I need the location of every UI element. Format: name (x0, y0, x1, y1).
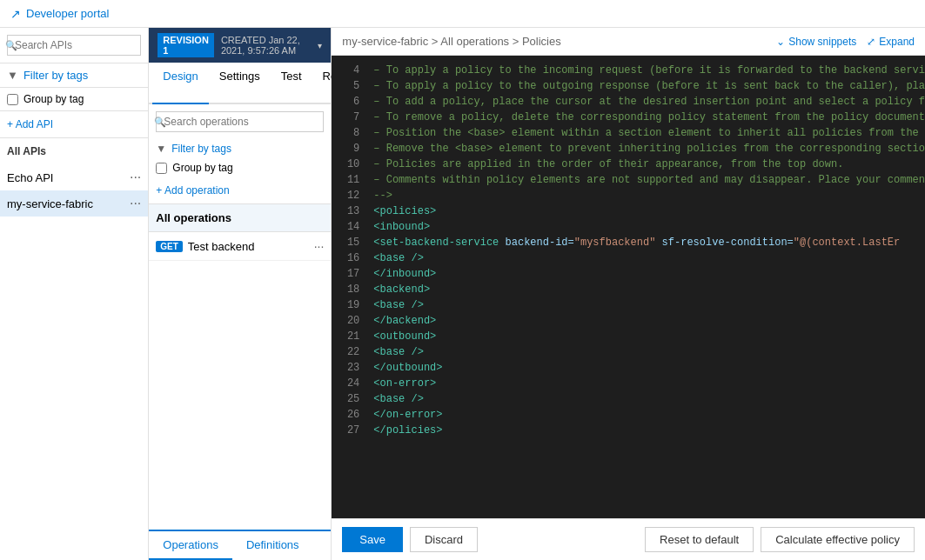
line-num-7: 7 (332, 110, 366, 125)
line-num-6: 6 (332, 94, 366, 110)
revision-badge: REVISION 1 (158, 33, 214, 57)
line-num-16: 16 (332, 250, 366, 266)
line-num-15: 15 (332, 235, 366, 250)
main-layout: 🔍 ▼ Filter by tags Group by tag + Add AP… (0, 28, 925, 560)
tab-design[interactable]: Design (152, 63, 208, 104)
code-line-16: <base /> (373, 250, 925, 266)
show-snippets-button[interactable]: ⌄ Show snippets (776, 36, 856, 48)
code-line-7: – To remove a policy, delete the corresp… (373, 110, 925, 125)
code-line-12: --> (373, 188, 925, 203)
bottom-tab-definitions[interactable]: Definitions (232, 531, 313, 560)
add-operation-button[interactable]: + Add operation (149, 177, 331, 203)
middle-bottom-tabs: Operations Definitions (149, 530, 331, 560)
code-line-17: </inbound> (373, 266, 925, 282)
api-filter-label[interactable]: Filter by tags (23, 69, 88, 82)
code-line-9: – Remove the <base> element to prevent i… (373, 141, 925, 157)
revision-chevron-icon[interactable]: ▾ (318, 41, 322, 50)
revision-info: CREATED Jan 22, 2021, 9:57:26 AM (221, 35, 311, 56)
left-sidebar: 🔍 ▼ Filter by tags Group by tag + Add AP… (0, 28, 149, 560)
line-num-12: 12 (332, 188, 366, 203)
code-line-11: – Comments within policy elements are no… (373, 172, 925, 188)
top-bar: ↗ Developer portal (0, 0, 925, 28)
middle-panel: REVISION 1 CREATED Jan 22, 2021, 9:57:26… (149, 28, 332, 560)
code-line-13: <policies> (373, 203, 925, 219)
line-num-24: 24 (332, 376, 366, 391)
operation-name-0: Test backend (188, 240, 255, 253)
line-num-21: 21 (332, 329, 366, 344)
api-menu-echo[interactable]: ··· (130, 170, 141, 185)
add-api-button[interactable]: + Add API (0, 111, 148, 138)
line-num-22: 22 (332, 344, 366, 360)
code-line-15: <set-backend-service backend-id="mysfbac… (373, 235, 925, 250)
code-line-19: <base /> (373, 297, 925, 313)
api-item-fabric[interactable]: my-service-fabric ··· (0, 190, 148, 217)
operations-list: GET Test backend ··· (149, 232, 331, 530)
line-num-13: 13 (332, 203, 366, 219)
bottom-action-bar: Save Discard Reset to default Calculate … (332, 518, 925, 560)
line-num-5: 5 (332, 78, 366, 94)
line-num-11: 11 (332, 172, 366, 188)
all-operations-label: All operations (149, 203, 331, 232)
breadcrumb-actions: ⌄ Show snippets ⤢ Expand (776, 36, 915, 48)
api-filter-row: ▼ Filter by tags (0, 63, 148, 88)
ops-groupby-checkbox[interactable] (156, 163, 167, 174)
discard-button[interactable]: Discard (410, 527, 478, 552)
line-num-9: 9 (332, 141, 366, 157)
expand-label: Expand (879, 36, 915, 48)
line-num-25: 25 (332, 391, 366, 407)
external-link-icon: ↗ (10, 7, 21, 21)
code-content[interactable]: – To apply a policy to the incoming requ… (366, 56, 925, 518)
api-item-echo[interactable]: Echo API ··· (0, 164, 148, 190)
api-menu-fabric[interactable]: ··· (130, 196, 141, 211)
developer-portal-link[interactable]: Developer portal (26, 7, 109, 20)
save-button[interactable]: Save (342, 527, 403, 552)
middle-content: 🔍 ▼ Filter by tags Group by tag + Add op… (149, 104, 331, 530)
all-apis-label: All APIs (0, 138, 148, 164)
tab-test[interactable]: Test (271, 63, 312, 104)
snippets-icon: ⌄ (776, 36, 785, 48)
method-badge-get: GET (156, 241, 183, 252)
main-tabs: Design Settings Test Revisions Change lo… (149, 63, 331, 104)
reset-button[interactable]: Reset to default (645, 527, 754, 552)
bottom-left-actions: Save Discard (342, 527, 478, 552)
bottom-tab-operations[interactable]: Operations (149, 531, 232, 560)
expand-button[interactable]: ⤢ Expand (867, 36, 915, 48)
line-num-20: 20 (332, 313, 366, 329)
api-name-echo: Echo API (7, 171, 53, 184)
show-snippets-label: Show snippets (788, 36, 856, 48)
line-num-19: 19 (332, 297, 366, 313)
bottom-right-actions: Reset to default Calculate effective pol… (645, 527, 915, 552)
code-line-18: <backend> (373, 282, 925, 297)
breadcrumb: my-service-fabric > All operations > Pol… (342, 35, 560, 48)
code-line-23: </outbound> (373, 360, 925, 376)
code-line-21: <outbound> (373, 329, 925, 344)
code-editor[interactable]: 4 5 6 7 8 9 10 11 12 13 14 15 16 17 18 1… (332, 56, 925, 518)
line-numbers: 4 5 6 7 8 9 10 11 12 13 14 15 16 17 18 1… (332, 56, 366, 518)
api-list: Echo API ··· my-service-fabric ··· (0, 164, 148, 560)
ops-search-icon: 🔍 (154, 117, 166, 128)
code-line-25: <base /> (373, 391, 925, 407)
ops-search-input[interactable] (156, 111, 324, 132)
revision-bar: REVISION 1 CREATED Jan 22, 2021, 9:57:26… (149, 28, 331, 63)
calculate-button[interactable]: Calculate effective policy (761, 527, 915, 552)
groupby-checkbox[interactable] (7, 94, 18, 105)
code-line-10: – Policies are applied in the order of t… (373, 157, 925, 172)
code-line-4: – To apply a policy to the incoming requ… (373, 63, 925, 78)
operation-menu-0[interactable]: ··· (314, 239, 325, 253)
operation-item-0[interactable]: GET Test backend ··· (149, 232, 331, 261)
code-line-22: <base /> (373, 344, 925, 360)
ops-filter-label[interactable]: Filter by tags (171, 143, 231, 155)
search-icon: 🔍 (5, 40, 17, 51)
code-line-24: <on-error> (373, 376, 925, 391)
breadcrumb-bar: my-service-fabric > All operations > Pol… (332, 28, 925, 56)
code-line-20: </backend> (373, 313, 925, 329)
api-search-input[interactable] (7, 35, 141, 56)
ops-filter-icon: ▼ (156, 143, 166, 155)
line-num-17: 17 (332, 266, 366, 282)
tab-settings[interactable]: Settings (209, 63, 271, 104)
code-line-26: </on-error> (373, 407, 925, 423)
code-line-27: </policies> (373, 423, 925, 438)
code-line-6: – To add a policy, place the cursor at t… (373, 94, 925, 110)
right-panel: my-service-fabric > All operations > Pol… (332, 28, 925, 560)
ops-filter-row: ▼ Filter by tags (149, 139, 331, 158)
